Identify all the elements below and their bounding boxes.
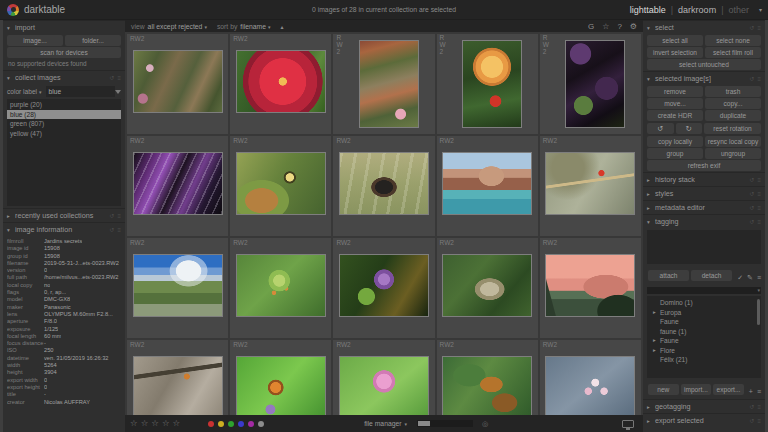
focus-detection-icon[interactable]: ◎ — [482, 420, 488, 428]
section-header-image-information[interactable]: ▾ image information — [3, 222, 125, 236]
sort-ascending-icon[interactable] — [281, 23, 284, 30]
tag-filter-input[interactable]: ▾ — [647, 287, 761, 294]
new-button[interactable]: new — [648, 384, 679, 395]
trash-button[interactable]: trash — [705, 86, 761, 97]
photo-thumbnail-garden-planters[interactable] — [134, 51, 222, 112]
folder-button[interactable]: folder... — [65, 35, 121, 46]
presets-menu-icon[interactable] — [757, 404, 761, 410]
create-hdr-button[interactable]: create HDR — [647, 110, 703, 121]
thumbnail-cell-pink-mountain-sunset[interactable]: RW2 — [540, 238, 641, 338]
photo-thumbnail-pink-granite-coast[interactable] — [443, 153, 531, 214]
preferences-icon[interactable]: ⚙ — [630, 22, 637, 31]
invert-selection-button[interactable]: invert selection — [647, 47, 703, 58]
star-icon[interactable]: ☆ — [151, 415, 159, 432]
thumbnail-cell-swallowtail-butterfly[interactable]: RW2 — [230, 136, 331, 236]
section-header-select[interactable]: ▾ select — [643, 20, 765, 34]
rotate-cw-icon[interactable]: ↻ — [676, 123, 703, 134]
presets-menu-icon[interactable] — [757, 205, 761, 211]
tag-item-f-lix-21[interactable]: Félix (21) — [647, 355, 761, 365]
presets-menu-icon[interactable] — [757, 76, 761, 82]
thumbnail-cell-red-dragonfly-twig[interactable]: RW2 — [540, 136, 641, 236]
section-header-styles[interactable]: ▸ styles — [643, 186, 765, 200]
thumbnail-cell-orange-rose[interactable]: RW2 — [437, 34, 538, 134]
thumbnail-cell-garden-planters[interactable]: RW2 — [127, 34, 228, 134]
photo-thumbnail-pink-mountain-sunset[interactable] — [546, 255, 634, 316]
move-button[interactable]: move... — [647, 98, 703, 109]
reset-parameters-icon[interactable] — [749, 218, 754, 225]
photo-thumbnail-mossy-stump[interactable] — [443, 255, 531, 316]
section-header-metadata-editor[interactable]: ▸ metadata editor — [643, 200, 765, 214]
color-label-yellow-dot[interactable] — [218, 421, 224, 427]
presets-menu-icon[interactable] — [117, 227, 121, 233]
photo-thumbnail-red-dragonfly-twig[interactable] — [546, 153, 634, 214]
thumbnail-cell-orange-butterfly[interactable]: RW2 — [230, 340, 331, 415]
ungroup-button[interactable]: ungroup — [705, 148, 761, 159]
photo-thumbnail-purple-columbine[interactable] — [340, 255, 428, 316]
photo-thumbnail-swallowtail-butterfly[interactable] — [237, 153, 325, 214]
views-menu-caret-icon[interactable]: ▾ — [759, 6, 762, 13]
photo-thumbnail-moorhen-in-water[interactable] — [340, 153, 428, 214]
thumbnail-cell-rock-with-hornet[interactable]: RW2 — [127, 340, 228, 415]
presets-menu-icon[interactable] — [757, 219, 761, 225]
view-link-other[interactable]: other — [721, 5, 749, 15]
photo-thumbnail-pink-thistle[interactable] — [340, 357, 428, 415]
photo-thumbnail-rock-with-hornet[interactable] — [134, 357, 222, 415]
color-label-purple-dot[interactable] — [248, 421, 254, 427]
section-header-recently-used-collections[interactable]: ▸ recently used collections — [3, 208, 125, 222]
check-icon[interactable]: ✓ — [737, 274, 743, 281]
resync-local-copy-button[interactable]: resync local copy — [705, 136, 761, 147]
photo-thumbnail-green-plant-buds[interactable] — [237, 255, 325, 316]
overlays-icon[interactable]: ☆ — [602, 22, 609, 31]
import-button[interactable]: import... — [681, 384, 712, 395]
photo-thumbnail-orange-butterfly[interactable] — [237, 357, 325, 415]
color-label-gray-dot[interactable] — [258, 421, 264, 427]
section-header-import[interactable]: ▾ import — [3, 20, 125, 34]
plus-icon[interactable]: + — [749, 388, 753, 395]
photo-thumbnail-mountain-landscape[interactable] — [134, 255, 222, 316]
tag-item-faune[interactable]: ▸Faune — [647, 336, 761, 346]
reset-parameters-icon[interactable] — [109, 226, 114, 233]
thumbnail-cell-purple-iris-macro[interactable]: RW2 — [127, 136, 228, 236]
section-header-tagging[interactable]: ▾ tagging — [643, 214, 765, 228]
thumbnail-cell-mossy-stump[interactable]: RW2 — [437, 238, 538, 338]
thumbnail-cell-red-peony[interactable]: RW2 — [230, 34, 331, 134]
thumbnail-cell-mountain-landscape[interactable]: RW2 — [127, 238, 228, 338]
reset-parameters-icon[interactable] — [749, 75, 754, 82]
export-button[interactable]: export... — [713, 384, 744, 395]
photo-thumbnail-purple-iris-macro[interactable] — [134, 153, 222, 214]
star-icon[interactable]: ☆ — [162, 415, 170, 432]
reset-parameters-icon[interactable] — [749, 417, 754, 424]
section-header-history-stack[interactable]: ▸ history stack — [643, 172, 765, 186]
star-icon[interactable]: ☆ — [141, 415, 149, 432]
reset-parameters-icon[interactable] — [749, 204, 754, 211]
tag-list-scrollbar[interactable] — [757, 299, 760, 325]
view-link-lighttable[interactable]: lighttable — [630, 5, 666, 15]
select-untouched-button[interactable]: select untouched — [647, 59, 761, 70]
copy-button[interactable]: copy... — [705, 98, 761, 109]
menu-icon[interactable]: ≡ — [757, 388, 761, 395]
reset-parameters-icon[interactable] — [749, 403, 754, 410]
reset-parameters-icon[interactable] — [109, 212, 114, 219]
tag-item-faune-1[interactable]: faune (1) — [647, 327, 761, 337]
thumbnail-cell-astrantia-flowers[interactable]: RW2 — [540, 340, 641, 415]
select-all-button[interactable]: select all — [647, 35, 703, 46]
select-none-button[interactable]: select none — [705, 35, 761, 46]
rule-value-input[interactable]: blue — [46, 86, 115, 97]
thumbnail-cell-autumn-foliage[interactable]: RW2 — [437, 340, 538, 415]
pencil-icon[interactable]: ✎ — [747, 274, 753, 281]
presets-menu-icon[interactable] — [757, 25, 761, 31]
tag-item-faune[interactable]: Faune — [647, 317, 761, 327]
thumbnail-cell-green-plant-buds[interactable]: RW2 — [230, 238, 331, 338]
grouping-icon[interactable]: G — [588, 22, 594, 31]
color-label-blue-dot[interactable] — [238, 421, 244, 427]
presets-menu-icon[interactable] — [757, 418, 761, 424]
thumbnail-cell-pink-granite-coast[interactable]: RW2 — [437, 136, 538, 236]
presets-menu-icon[interactable] — [117, 75, 121, 81]
reset-rotation-button[interactable]: reset rotation — [704, 123, 761, 134]
reset-parameters-icon[interactable] — [749, 24, 754, 31]
image-button[interactable]: image... — [7, 35, 63, 46]
rule-property-dropdown[interactable]: color label — [7, 88, 42, 95]
select-film-roll-button[interactable]: select film roll — [705, 47, 761, 58]
tag-item-europa[interactable]: ▸Europa — [647, 308, 761, 318]
collection-item-yellow-47[interactable]: yellow (47) — [7, 129, 121, 139]
